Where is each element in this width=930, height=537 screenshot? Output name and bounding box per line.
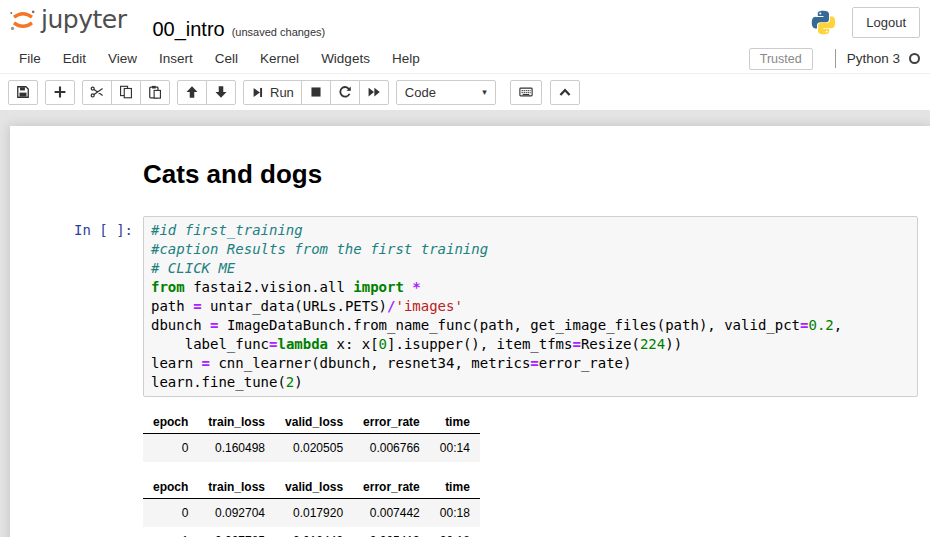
restart-run-all-button[interactable] [359, 80, 389, 105]
notebook-container: Cats and dogs In [ ]: #id first_training… [10, 126, 930, 537]
code-line: learn = cnn_learner(dbunch, resnet34, me… [151, 354, 910, 373]
column-header-time: time [430, 476, 480, 499]
menu-file[interactable]: File [8, 46, 52, 71]
training-results-table-2: epochtrain_lossvalid_losserror_ratetime0… [143, 476, 480, 537]
menu-edit[interactable]: Edit [52, 46, 97, 71]
logout-button[interactable]: Logout [852, 7, 920, 38]
column-header-train_loss: train_loss [198, 411, 275, 434]
column-header-error_rate: error_rate [353, 476, 430, 499]
column-header-train_loss: train_loss [198, 476, 275, 499]
cell-value: 0.020505 [275, 433, 353, 462]
code-cell[interactable]: In [ ]: #id first_training#caption Resul… [10, 216, 930, 397]
toolbar-button-group: Run [243, 80, 389, 105]
cell-value: 0.017920 [275, 498, 353, 527]
table-row: 00.0927040.0179200.00744200:18 [143, 498, 480, 527]
cell-value: 0 [143, 498, 198, 527]
jupyter-logo-text: jupyter [41, 5, 126, 34]
interrupt-kernel-button[interactable] [301, 80, 331, 105]
output-area: epochtrain_lossvalid_losserror_ratetime0… [10, 411, 930, 537]
jupyter-notebook-app: jupyter 00_intro (unsaved changes) Logou… [0, 0, 930, 537]
menu-widgets[interactable]: Widgets [310, 46, 381, 71]
arrow-up-icon [185, 85, 199, 99]
cut-cells-button[interactable] [82, 80, 112, 105]
column-header-valid_loss: valid_loss [275, 476, 353, 499]
code-editor[interactable]: #id first_training#caption Results from … [143, 216, 918, 397]
python-logo-icon [811, 10, 836, 35]
move-cell-down-button[interactable] [206, 80, 236, 105]
code-line: path = untar_data(URLs.PETS)/'images' [151, 297, 910, 316]
toolbar-button-group [8, 80, 38, 105]
cell-value: 0.012449 [275, 527, 353, 537]
keyboard-icon [518, 85, 534, 99]
code-line: learn.fine_tune(2) [151, 373, 910, 392]
toolbar: Run Code ▾ [0, 74, 930, 110]
table-row: 00.1604980.0205050.00676600:14 [143, 433, 480, 462]
notebook-title[interactable]: 00_intro [152, 18, 224, 41]
kernel-indicator-name: Python 3 [847, 51, 900, 66]
jupyter-logo[interactable]: jupyter [8, 4, 126, 36]
code-line: #caption Results from the first training [151, 240, 910, 259]
cell-value: 0.160498 [198, 433, 275, 462]
column-header-error_rate: error_rate [353, 411, 430, 434]
column-header-epoch: epoch [143, 411, 198, 434]
command-palette-button[interactable] [510, 80, 542, 105]
cell-value: 0.005413 [353, 527, 430, 537]
copy-cells-button[interactable] [111, 80, 141, 105]
step-forward-icon [251, 86, 264, 99]
output-row: epochtrain_lossvalid_losserror_ratetime0… [10, 411, 930, 462]
menubar-items: FileEditViewInsertCellKernelWidgetsHelp [8, 46, 431, 71]
table-row: 10.0277850.0124490.00541300:18 [143, 527, 480, 537]
arrow-down-icon [214, 85, 228, 99]
table-header-row: epochtrain_lossvalid_losserror_ratetime [143, 411, 480, 434]
cell-value: 00:18 [430, 527, 480, 537]
markdown-prompt-spacer [10, 156, 143, 162]
cell-value: 00:18 [430, 498, 480, 527]
cell-value: 0.006766 [353, 433, 430, 462]
markdown-heading: Cats and dogs [143, 160, 322, 190]
markdown-cell[interactable]: Cats and dogs [10, 156, 930, 216]
refresh-icon [338, 85, 352, 99]
save-checkpoint-button[interactable] [8, 80, 38, 105]
menu-cell[interactable]: Cell [204, 46, 249, 71]
menu-insert[interactable]: Insert [148, 46, 204, 71]
run-cell-button[interactable]: Run [243, 80, 302, 105]
caret-down-icon: ▾ [482, 87, 487, 97]
code-line: # CLICK ME [151, 259, 910, 278]
copy-icon [119, 85, 133, 99]
code-line: dbunch = ImageDataBunch.from_name_func(p… [151, 316, 910, 335]
output-row: epochtrain_lossvalid_losserror_ratetime0… [10, 476, 930, 537]
kernel-idle-icon [909, 53, 920, 64]
cell-value: 0 [143, 433, 198, 462]
restart-kernel-button[interactable] [330, 80, 360, 105]
trusted-badge[interactable]: Trusted [749, 48, 813, 70]
output-prompt-spacer [10, 476, 143, 482]
cell-value: 0.027785 [198, 527, 275, 537]
input-prompt: In [ ]: [10, 216, 143, 238]
menu-kernel[interactable]: Kernel [249, 46, 310, 71]
menu-view[interactable]: View [97, 46, 148, 71]
fast-forward-icon [367, 85, 381, 99]
column-header-time: time [430, 411, 480, 434]
menubar-divider [835, 49, 836, 68]
stop-icon [309, 85, 323, 99]
jupyter-logo-icon [8, 4, 38, 36]
output-prompt-spacer [10, 411, 143, 417]
table-header-row: epochtrain_lossvalid_losserror_ratetime [143, 476, 480, 499]
cell-value: 0.007442 [353, 498, 430, 527]
cell-value: 0.092704 [198, 498, 275, 527]
code-line: #id first_training [151, 221, 910, 240]
cell-type-select[interactable]: Code ▾ [396, 80, 496, 105]
checkpoint-status: (unsaved changes) [232, 26, 326, 38]
move-cell-up-button[interactable] [177, 80, 207, 105]
insert-cell-below-button[interactable] [45, 80, 75, 105]
toolbar-button-group [45, 80, 75, 105]
app-header: jupyter 00_intro (unsaved changes) Logou… [0, 0, 930, 44]
paste-cells-button[interactable] [140, 80, 170, 105]
toolbar-button-group [82, 80, 170, 105]
plus-icon [53, 85, 67, 99]
menu-help[interactable]: Help [381, 46, 431, 71]
collapse-toolbar-button[interactable] [550, 80, 580, 105]
column-header-valid_loss: valid_loss [275, 411, 353, 434]
scissors-icon [90, 85, 104, 99]
code-line: from fastai2.vision.all import * [151, 278, 910, 297]
